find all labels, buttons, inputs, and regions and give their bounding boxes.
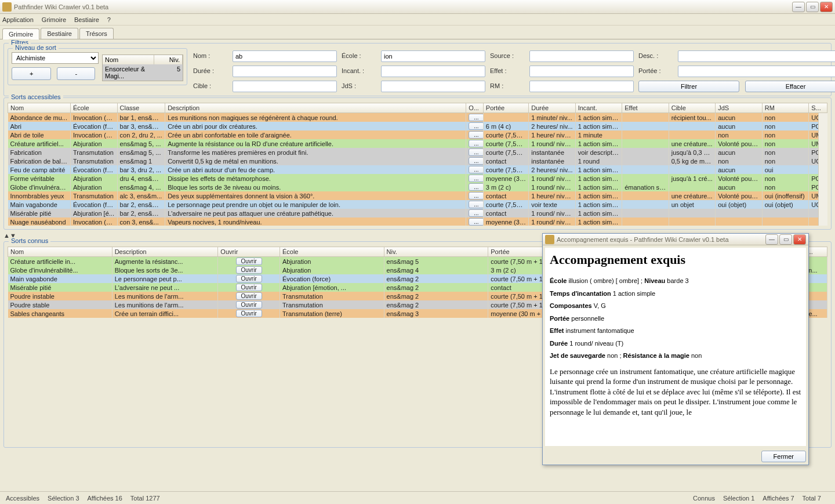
tab-bestiaire[interactable]: Bestiaire <box>41 28 78 39</box>
menubar: Application Grimoire Bestiaire ? <box>0 14 835 26</box>
open-button[interactable]: ... <box>469 175 483 182</box>
sorts-accessibles-title: Sorts accessibles <box>9 93 63 100</box>
filter-duree[interactable] <box>233 66 337 77</box>
menu-bestiaire[interactable]: Bestiaire <box>74 16 99 23</box>
table-row[interactable]: Abri de toileInvocation (c...con 2, dru … <box>8 130 827 139</box>
filter-desc[interactable] <box>678 50 835 62</box>
detail-window: Accompagnement exquis - Pathfinder Wiki … <box>542 233 809 465</box>
scrollbar[interactable] <box>818 113 827 226</box>
tab-grimoire[interactable]: Grimoire <box>2 28 39 39</box>
niveau-title: Niveau de sort <box>13 44 59 51</box>
filter-jds[interactable] <box>381 81 485 92</box>
table-row[interactable]: Globe d'invulnérab...Abjurationens&mag 4… <box>8 183 827 191</box>
filter-rm[interactable] <box>529 81 634 92</box>
open-button[interactable]: Ouvrir <box>236 292 262 300</box>
table-row[interactable]: Main vagabondeÉvocation (fo...bar 2, ens… <box>8 200 827 209</box>
open-button[interactable]: ... <box>469 218 483 226</box>
filter-fields: Nom : École : Source : Desc. : Durée : I… <box>193 48 835 92</box>
filter-portee[interactable] <box>678 66 835 77</box>
filters-group: Filtres Niveau de sort Alchimiste + - No… <box>3 43 832 96</box>
table-row[interactable]: AbriÉvocation (fo...bar 3, ens&m...Crée … <box>8 122 827 130</box>
maximize-button[interactable]: ▭ <box>806 2 819 12</box>
detail-text: Le personnage crée un instrument fantoma… <box>550 367 801 418</box>
sorts-accessibles-group: Sorts accessibles Nom École Classe Descr… <box>3 97 832 230</box>
detail-close-button[interactable]: Fermer <box>761 451 806 462</box>
menu-grimoire[interactable]: Grimoire <box>42 16 66 23</box>
open-button[interactable]: ... <box>469 131 483 139</box>
table-row[interactable]: Abondance de mu...Invocation (c...bar 1,… <box>8 113 827 122</box>
open-button[interactable]: ... <box>469 122 483 130</box>
open-button[interactable]: Ouvrir <box>236 301 262 309</box>
open-button[interactable]: ... <box>469 148 483 156</box>
filter-source[interactable] <box>529 50 634 62</box>
table-row[interactable]: Misérable pitiéAbjuration [é...bar 2, en… <box>8 209 827 217</box>
detail-minimize[interactable]: — <box>765 234 778 245</box>
open-button[interactable]: Ouvrir <box>236 284 262 291</box>
detail-close[interactable]: ✕ <box>793 234 806 245</box>
open-button[interactable]: Ouvrir <box>236 275 262 282</box>
filter-effet[interactable] <box>529 66 634 77</box>
level-col-nom: Nom <box>103 55 154 64</box>
table-row[interactable]: Créature artificiel...Abjurationens&mag … <box>8 139 827 148</box>
class-select[interactable]: Alchimiste <box>12 52 99 64</box>
level-cell-niv[interactable]: 5 <box>154 64 183 81</box>
clear-button[interactable]: Effacer <box>745 81 835 92</box>
detail-app-icon <box>545 235 554 244</box>
level-cell-nom[interactable]: Ensorceleur & Magi... <box>103 64 154 81</box>
table-row[interactable]: Nuage nauséabondInvocation (c...con 3, e… <box>8 217 827 226</box>
detail-heading: Accompagnement exquis <box>550 252 801 267</box>
open-button[interactable]: ... <box>469 209 483 217</box>
minimize-button[interactable]: — <box>792 2 805 12</box>
open-button[interactable]: ... <box>469 192 483 200</box>
open-button[interactable]: ... <box>469 140 483 147</box>
level-col-niv: Niv. <box>154 55 183 64</box>
menu-application[interactable]: Application <box>2 16 34 23</box>
sorts-accessibles-table[interactable]: Nom École Classe Description O... Portée… <box>8 103 827 226</box>
open-button[interactable]: Ouvrir <box>236 258 262 265</box>
table-row[interactable]: FabricationTransmutationens&mag 5, ...Tr… <box>8 148 827 157</box>
detail-body: Accompagnement exquis École illusion ( o… <box>545 248 806 446</box>
open-button[interactable]: ... <box>469 166 483 173</box>
close-button[interactable]: ✕ <box>820 2 833 12</box>
table-row[interactable]: Feu de camp abritéÉvocation (fe...bar 3,… <box>8 165 827 174</box>
menu-help[interactable]: ? <box>107 16 111 23</box>
open-button[interactable]: ... <box>469 183 483 191</box>
open-button[interactable]: ... <box>469 201 483 208</box>
sorts-connus-title: Sorts connus <box>9 237 50 244</box>
remove-level-button[interactable]: - <box>57 67 95 80</box>
level-table[interactable]: NomNiv. Ensorceleur & Magi...5 <box>102 55 183 81</box>
open-button[interactable]: ... <box>469 157 483 165</box>
table-row[interactable]: Forme véritableAbjurationdru 4, ens&m...… <box>8 174 827 183</box>
detail-maximize[interactable]: ▭ <box>779 234 792 245</box>
window-title: Pathfinder Wiki Crawler v0.1 beta <box>14 3 792 10</box>
detail-title: Accompagnement exquis - Pathfinder Wiki … <box>557 236 765 243</box>
app-icon <box>2 2 12 12</box>
table-row[interactable]: Innombrables yeuxTransmutationalc 3, ens… <box>8 191 827 200</box>
filter-incant[interactable] <box>381 66 485 77</box>
open-button[interactable]: Ouvrir <box>236 310 262 317</box>
statusbar: Accessibles Sélection 3 Affichées 16 Tot… <box>0 491 835 504</box>
add-level-button[interactable]: + <box>12 67 51 80</box>
open-button[interactable]: Ouvrir <box>236 266 262 274</box>
filter-nom[interactable] <box>233 50 337 62</box>
filter-cible[interactable] <box>233 81 337 92</box>
table-row[interactable]: Fabrication de ballesTransmutationens&ma… <box>8 157 827 165</box>
filter-ecole[interactable] <box>381 50 485 62</box>
main-tabs: Grimoire Bestiaire Trésors <box>0 26 835 39</box>
filter-button[interactable]: Filtrer <box>638 81 739 92</box>
open-button[interactable]: ... <box>469 114 483 121</box>
tab-tresors[interactable]: Trésors <box>79 28 114 39</box>
main-titlebar: Pathfinder Wiki Crawler v0.1 beta — ▭ ✕ <box>0 0 835 14</box>
